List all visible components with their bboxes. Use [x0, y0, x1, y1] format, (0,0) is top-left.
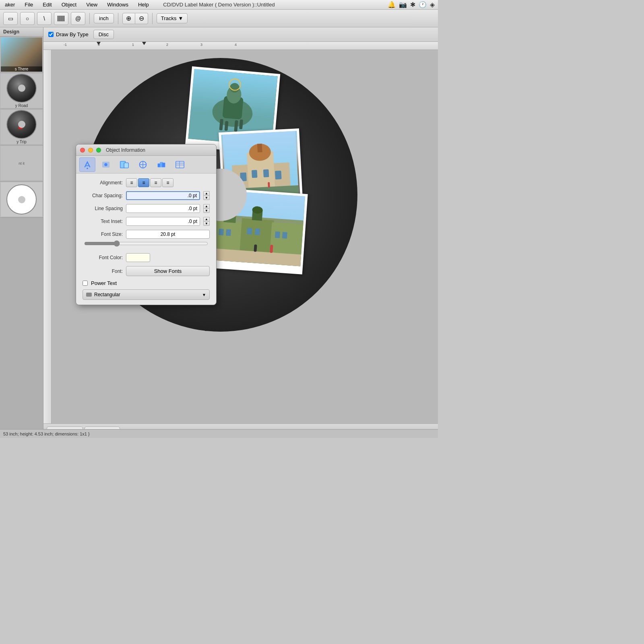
text-inset-label: Text Inset:	[83, 219, 123, 224]
sidebar-item-3[interactable]: y Trip	[0, 109, 43, 145]
menu-file[interactable]: File	[23, 2, 35, 8]
disc-button[interactable]: Disc	[93, 30, 114, 39]
sidebar-item-2[interactable]: y Road	[0, 73, 43, 109]
font-color-swatch[interactable]	[126, 253, 150, 262]
char-spacing-stepper: ▲ ▼	[203, 191, 210, 200]
sidebar-label-4: nt it	[19, 161, 25, 165]
barcode-tool[interactable]	[54, 12, 68, 25]
dialog-tool-3[interactable]	[116, 157, 132, 172]
spiral-tool[interactable]: @	[71, 12, 85, 25]
line-spacing-up[interactable]: ▲	[203, 204, 210, 208]
sidebar-item-5[interactable]	[0, 182, 43, 218]
align-center-btn[interactable]: ≡	[138, 178, 149, 187]
zoom-out-btn[interactable]: ⊖	[135, 13, 148, 24]
svg-point-48	[87, 167, 88, 169]
sidebar: Design ✕ s There y Road	[0, 27, 43, 438]
font-size-input[interactable]	[126, 230, 210, 239]
dialog-tool-1[interactable]	[79, 157, 95, 172]
dialog-close-btn[interactable]	[80, 148, 85, 153]
svg-point-50	[104, 163, 107, 166]
char-spacing-up[interactable]: ▲	[203, 191, 210, 196]
font-size-container: Font Size:	[83, 230, 210, 251]
svg-rect-46	[270, 245, 273, 253]
menu-app[interactable]: aker	[3, 2, 17, 8]
zoom-in-btn[interactable]: ⊕	[122, 13, 135, 24]
tracks-dropdown[interactable]: Tracks ▼	[157, 13, 188, 23]
text-inset-down[interactable]: ▼	[203, 221, 210, 226]
line-spacing-down[interactable]: ▼	[203, 208, 210, 213]
svg-rect-23	[252, 170, 257, 178]
ruler-vertical	[43, 50, 52, 423]
svg-rect-5	[63, 16, 63, 21]
svg-rect-3	[61, 16, 61, 21]
svg-rect-40	[247, 228, 252, 235]
bluetooth-icon: ✱	[410, 1, 415, 8]
menu-help[interactable]: Help	[136, 2, 151, 8]
svg-rect-0	[58, 16, 58, 21]
menu-edit[interactable]: Edit	[41, 2, 53, 8]
align-left-btn[interactable]: ≡	[126, 178, 137, 187]
draw-by-type-checkbox[interactable]	[48, 32, 54, 37]
select-arrow-icon: ▼	[202, 293, 206, 297]
align-justify-btn[interactable]: ≡	[162, 178, 173, 187]
toolbar-separator-3	[152, 13, 153, 24]
char-spacing-label: Char Spacing:	[83, 193, 123, 198]
svg-rect-4	[62, 16, 62, 21]
menu-view[interactable]: View	[85, 2, 99, 8]
ellipse-tool[interactable]: ○	[20, 12, 35, 25]
font-size-row: Font Size:	[83, 230, 210, 239]
line-spacing-stepper: ▲ ▼	[203, 204, 210, 213]
sidebar-tab-design[interactable]: Design	[0, 27, 43, 37]
dialog-tool-2[interactable]	[98, 157, 114, 172]
rectangular-select[interactable]: Rectangular ▼	[83, 289, 210, 300]
ruler-horizontal: -1 0 1 2 3 4	[43, 42, 438, 50]
dialog-minimize-btn[interactable]	[88, 148, 93, 153]
show-fonts-btn[interactable]: Show Fonts	[126, 266, 210, 276]
line-spacing-input[interactable]	[126, 204, 200, 213]
power-text-row: Power Text	[83, 280, 210, 286]
svg-rect-28	[268, 182, 270, 188]
svg-rect-39	[226, 229, 231, 236]
rectangle-tool[interactable]: ▭	[3, 12, 18, 25]
unit-selector[interactable]: inch	[94, 13, 114, 23]
dialog-tool-6[interactable]	[172, 157, 188, 172]
svg-rect-38	[219, 229, 224, 235]
video-icon: 📷	[399, 1, 407, 8]
clock-icon: 🕐	[419, 1, 427, 8]
wifi-icon: ◈	[430, 1, 435, 8]
status-text: 53 inch; height: 4.53 inch; dimensions: …	[3, 431, 90, 436]
svg-rect-52	[124, 163, 128, 168]
sidebar-label-1: s There	[1, 66, 42, 72]
rect-icon	[86, 293, 92, 297]
object-info-dialog: Object Information	[76, 144, 217, 305]
menu-windows[interactable]: Windows	[105, 2, 130, 8]
dialog-tool-4[interactable]	[135, 157, 151, 172]
char-spacing-row: Char Spacing: ▲ ▼	[83, 191, 210, 200]
text-inset-up[interactable]: ▲	[203, 217, 210, 221]
char-spacing-down[interactable]: ▼	[203, 196, 210, 200]
bell-icon: 🔔	[388, 1, 396, 8]
tracks-label: Tracks	[161, 15, 177, 21]
dialog-content: Alignment: ≡ ≡ ≡ ≡ Char Spacing: ▲ ▼	[76, 173, 216, 305]
svg-rect-59	[176, 161, 184, 168]
font-size-slider[interactable]	[84, 240, 208, 247]
rectangular-label: Rectangular	[94, 292, 120, 297]
power-text-checkbox[interactable]	[83, 281, 88, 286]
align-right-btn[interactable]: ≡	[150, 178, 161, 187]
alignment-group: ≡ ≡ ≡ ≡	[126, 178, 173, 187]
dialog-zoom-btn[interactable]	[96, 148, 101, 153]
sidebar-item-4[interactable]: nt it	[0, 145, 43, 182]
sidebar-item-1[interactable]: ✕ s There	[0, 37, 43, 73]
svg-rect-43	[282, 232, 287, 239]
text-inset-input[interactable]	[126, 217, 200, 226]
text-inset-stepper: ▲ ▼	[203, 217, 210, 226]
char-spacing-input[interactable]	[126, 191, 200, 200]
font-color-label: Font Color:	[83, 255, 123, 260]
menu-object[interactable]: Object	[60, 2, 78, 8]
main-area: Design ✕ s There y Road	[0, 27, 438, 438]
text-inset-row: Text Inset: ▲ ▼	[83, 217, 210, 226]
alignment-label: Alignment:	[83, 180, 123, 186]
dialog-tool-5[interactable]	[153, 157, 169, 172]
menu-bar-right: 🔔 📷 ✱ 🕐 ◈	[388, 1, 435, 8]
line-tool[interactable]: \	[37, 12, 52, 25]
